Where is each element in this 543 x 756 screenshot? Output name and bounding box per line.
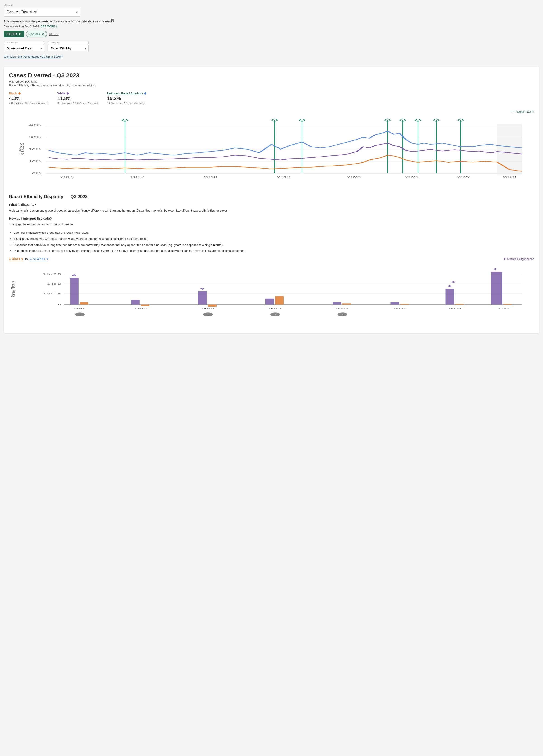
- stat-sig-text: Statistical Significance: [507, 257, 534, 261]
- svg-text:2023: 2023: [497, 307, 510, 310]
- svg-text:20%: 20%: [29, 148, 41, 151]
- svg-text:0: 0: [58, 303, 61, 306]
- close-icon[interactable]: ✕: [42, 32, 45, 36]
- svg-text:% of Cases: % of Cases: [18, 143, 25, 155]
- svg-rect-55: [342, 303, 351, 304]
- filter-bar: FILTER ▼ Sex: Male ✕ CLEAR: [4, 31, 539, 37]
- group2-label: 2.72 White: [30, 257, 45, 261]
- how-interpret-text: The graph below compares two groups of p…: [9, 222, 534, 227]
- disparity-bullets: Each bar indicates which group had the r…: [9, 231, 534, 253]
- data-updated-bar: Data updated on Feb 5, 2024 SEE MORE ∨: [4, 25, 539, 28]
- svg-text:2022: 2022: [457, 176, 470, 179]
- svg-text:i: i: [79, 313, 81, 316]
- group2-dropdown[interactable]: 2.72 White ∨: [30, 257, 48, 261]
- svg-text:2016: 2016: [60, 176, 74, 179]
- svg-text:❖: ❖: [450, 281, 456, 283]
- svg-rect-57: [400, 304, 409, 305]
- metric-black-text: Black: [9, 92, 17, 95]
- filter-tag-sex-male[interactable]: Sex: Male ✕: [26, 31, 47, 37]
- bullet-1: Each bar indicates which group had the r…: [14, 231, 534, 235]
- diamond-icon: ◇: [511, 110, 514, 114]
- measure-dropdown[interactable]: Cases Diverted ▾: [4, 7, 81, 17]
- svg-text:❖: ❖: [493, 268, 498, 270]
- filter-label: FILTER: [7, 32, 17, 36]
- card-subtitle: Filtered by: Sex: Male: [9, 80, 534, 83]
- svg-text:2018: 2018: [204, 176, 217, 179]
- bar-chart-area: 1 to 2.5 1 to 2 1 to 1.5 0 Rate of Dispa…: [9, 264, 534, 328]
- svg-rect-53: [275, 296, 284, 305]
- bullet-2: If a disparity exists, you will see a ma…: [14, 237, 534, 241]
- metric-unknown-label: Unknown Race / Ethnicity: [107, 92, 147, 95]
- svg-rect-47: [80, 302, 88, 305]
- why-link[interactable]: Why Don't the Percentages Add Up to 100%…: [4, 55, 63, 58]
- filter-tag-label: Sex: Male: [29, 33, 40, 36]
- metric-black-label: Black: [9, 92, 48, 95]
- svg-rect-52: [266, 299, 274, 305]
- measure-value: Cases Diverted: [7, 9, 38, 14]
- data-range-select[interactable]: Quarterly - All Data: [4, 45, 44, 52]
- svg-text:i: i: [207, 313, 209, 316]
- svg-text:10%: 10%: [29, 160, 41, 163]
- important-event-label[interactable]: ◇ Important Event: [9, 110, 534, 114]
- svg-text:2023: 2023: [503, 176, 516, 179]
- svg-rect-49: [141, 305, 150, 306]
- metric-unknown-link[interactable]: Unknown Race / Ethnicity: [107, 92, 143, 95]
- svg-text:2018: 2018: [202, 307, 214, 310]
- group-by-select[interactable]: Race / Ethnicity: [48, 45, 89, 52]
- svg-rect-50: [198, 291, 207, 305]
- metric-white: White 11.8% 39 Diversions / 330 Cases Re…: [57, 92, 98, 105]
- disparity-section-title: Race / Ethnicity Disparity — Q3 2023: [9, 194, 534, 199]
- metric-black-pct: 4.3%: [9, 95, 48, 101]
- metric-unknown-sub: 10 Diversions / 52 Cases Reviewed: [107, 102, 147, 105]
- to-text: to: [25, 257, 28, 261]
- main-card: Cases Diverted - Q3 2023 Filtered by: Se…: [4, 67, 539, 333]
- svg-text:30%: 30%: [29, 136, 41, 139]
- svg-rect-48: [131, 300, 140, 305]
- important-event-text: Important Event: [515, 110, 534, 113]
- metric-white-pct: 11.8%: [57, 95, 98, 101]
- bullet-4: Differences in results are influenced no…: [14, 249, 534, 253]
- metric-unknown-pct: 19.2%: [107, 95, 147, 101]
- metric-white-text: White: [57, 92, 65, 95]
- svg-text:2017: 2017: [131, 176, 144, 179]
- stat-sig-diamond-icon: ❖: [503, 257, 506, 261]
- svg-text:2021: 2021: [394, 307, 406, 310]
- card-subsubtitle: Race / Ethnicity (Shows cases broken dow…: [9, 84, 534, 87]
- group1-dropdown[interactable]: 1 Black ∨: [9, 257, 23, 261]
- svg-text:2022: 2022: [449, 307, 461, 310]
- disparity-selector-left: 1 Black ∨ to 2.72 White ∨: [9, 257, 48, 261]
- clear-button[interactable]: CLEAR: [49, 32, 59, 36]
- svg-text:2020: 2020: [347, 176, 360, 179]
- line-chart-area: 0% 10% 20% 30% 40% % of Cases 2016 2017 …: [9, 115, 534, 188]
- measure-description: This measure shows the percentage of cas…: [4, 19, 539, 23]
- disparity-selector-row: 1 Black ∨ to 2.72 White ∨ ❖ Statistical …: [9, 257, 534, 261]
- measure-arrow-icon: ▾: [76, 10, 78, 14]
- svg-text:2020: 2020: [336, 307, 348, 310]
- group-by-control: Group By Race / Ethnicity: [48, 41, 89, 52]
- group2-chevron-icon: ∨: [46, 257, 48, 261]
- svg-rect-56: [391, 302, 399, 305]
- what-is-disparity-text: A disparity exists when one group of peo…: [9, 208, 534, 213]
- svg-text:1 to 2.5: 1 to 2.5: [43, 273, 61, 276]
- group1-label: 1 Black: [9, 257, 20, 261]
- svg-rect-59: [455, 304, 464, 305]
- group1-chevron-icon: ∨: [21, 257, 23, 261]
- svg-text:2019: 2019: [269, 307, 281, 310]
- metrics-row: Black 4.3% 7 Diversions / 161 Cases Revi…: [9, 92, 534, 105]
- filter-button[interactable]: FILTER ▼: [4, 31, 24, 37]
- see-more-link[interactable]: SEE MORE ∨: [41, 25, 57, 28]
- unknown-dot-icon: [144, 92, 147, 95]
- svg-text:Rate of Disparity: Rate of Disparity: [10, 281, 17, 297]
- svg-text:❖: ❖: [71, 274, 77, 277]
- svg-text:40%: 40%: [29, 124, 41, 126]
- svg-text:2021: 2021: [405, 176, 419, 179]
- svg-text:❖: ❖: [447, 285, 453, 288]
- chevron-down-icon: ∨: [55, 25, 57, 28]
- svg-text:0%: 0%: [32, 172, 41, 175]
- card-title: Cases Diverted - Q3 2023: [9, 72, 534, 79]
- filter-funnel-icon: ▼: [18, 32, 21, 36]
- stat-sig-label[interactable]: ❖ Statistical Significance: [503, 257, 534, 261]
- metric-black-sub: 7 Diversions / 161 Cases Reviewed: [9, 102, 48, 105]
- svg-text:2016: 2016: [74, 307, 86, 310]
- line-chart-svg: 0% 10% 20% 30% 40% % of Cases 2016 2017 …: [9, 115, 534, 188]
